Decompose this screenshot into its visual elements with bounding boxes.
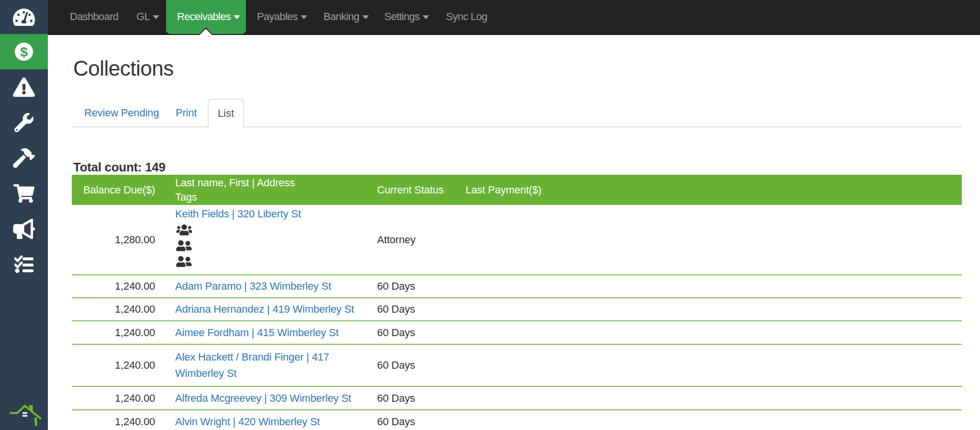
svg-text:$: $ xyxy=(20,45,28,59)
